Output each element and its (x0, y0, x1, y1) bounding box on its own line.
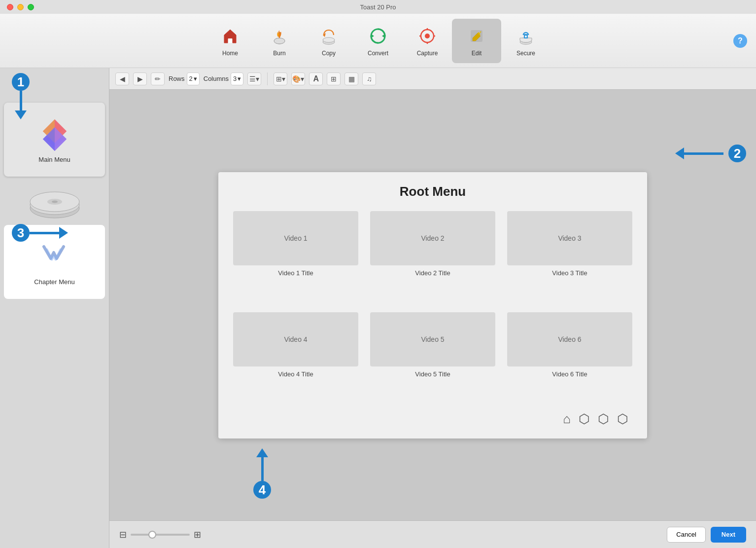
main-layout: 1 (0, 68, 756, 548)
sidebar: 1 (0, 68, 109, 548)
video-thumb-5[interactable]: Video 5 (370, 312, 495, 366)
sidebar-item-main-menu[interactable]: Main Menu (4, 103, 105, 177)
minimize-button[interactable] (17, 4, 24, 10)
video-thumb-label-6: Video 6 (558, 335, 581, 343)
svg-point-7 (425, 34, 430, 38)
video-thumb-2[interactable]: Video 2 (370, 211, 495, 265)
help-button[interactable]: ? (733, 34, 747, 48)
dvd-preview (4, 179, 105, 223)
video-cell-3: Video 3 Video 3 Title (507, 211, 632, 300)
redo-button[interactable]: ▶ (133, 73, 147, 85)
columns-label: Columns (204, 75, 229, 82)
rows-select[interactable]: 2 ▾ (187, 73, 200, 85)
close-button[interactable] (7, 4, 13, 10)
edit-icon (466, 25, 487, 47)
nav-home-icon[interactable]: ⌂ (563, 411, 571, 427)
zoom-thumb (148, 531, 156, 539)
copy-label: Copy (322, 50, 336, 57)
main-menu-label: Main Menu (38, 156, 70, 163)
zoom-control: ⊟ ⊞ (119, 529, 201, 540)
home-icon (219, 25, 241, 47)
chapter-menu-icon (37, 239, 72, 274)
svg-point-33 (52, 201, 58, 203)
toolbar-burn[interactable]: Burn (255, 19, 304, 63)
pattern-button[interactable]: ▦ (344, 73, 358, 85)
convert-label: Convert (368, 50, 388, 57)
video-thumb-6[interactable]: Video 6 (507, 312, 632, 366)
secure-label: Secure (516, 50, 535, 57)
svg-rect-0 (228, 38, 232, 43)
toolbar-copy[interactable]: Copy (304, 19, 353, 63)
add-button[interactable]: ⊞ (327, 73, 341, 85)
video-cell-1: Video 1 Video 1 Title (233, 211, 358, 300)
toolbar-secure[interactable]: Secure (501, 19, 550, 63)
video-title-1: Video 1 Title (278, 269, 313, 277)
video-thumb-label-1: Video 1 (284, 234, 307, 242)
burn-label: Burn (273, 50, 285, 57)
copy-icon (318, 25, 340, 47)
window-title: Toast 20 Pro (360, 3, 396, 11)
nav-up-icon[interactable]: ⬡ (579, 411, 590, 427)
video-thumb-label-5: Video 5 (421, 335, 444, 343)
video-grid: Video 1 Video 1 Title Video 2 Video 2 Ti… (233, 211, 632, 402)
burn-icon (269, 25, 290, 47)
rows-label: Rows (169, 75, 185, 82)
zoom-slider[interactable] (131, 534, 190, 536)
secure-icon (515, 25, 537, 47)
rows-group: Rows 2 ▾ (169, 73, 200, 85)
maximize-button[interactable] (28, 4, 34, 10)
divider-1 (267, 73, 268, 85)
video-title-5: Video 5 Title (415, 370, 450, 378)
edit-label: Edit (472, 50, 482, 57)
undo-button[interactable]: ◀ (115, 73, 129, 85)
bottom-buttons: Cancel Next (667, 527, 746, 543)
columns-select[interactable]: 3 ▾ (231, 73, 243, 85)
video-cell-2: Video 2 Video 2 Title (370, 211, 495, 300)
video-thumb-label-3: Video 3 (558, 234, 581, 242)
traffic-lights (7, 4, 34, 10)
list-style-button[interactable]: ☰▾ (247, 73, 261, 85)
preview-wrapper: Root Menu Video 1 Video 1 Title Video 2 … (109, 90, 756, 520)
video-title-2: Video 2 Title (415, 269, 450, 277)
video-thumb-4[interactable]: Video 4 (233, 312, 358, 366)
video-thumb-label-4: Video 4 (284, 335, 307, 343)
toolbar-edit[interactable]: Edit (452, 19, 501, 63)
title-bar: Toast 20 Pro (0, 0, 756, 14)
background-button[interactable]: 🎨▾ (291, 73, 305, 85)
main-menu-icon (37, 116, 72, 152)
home-label: Home (222, 50, 238, 57)
audio-button[interactable]: ♫ (362, 73, 376, 85)
sidebar-item-chapter-menu[interactable]: Chapter Menu (4, 225, 105, 299)
toolbar-home[interactable]: Home (206, 19, 255, 63)
cancel-button[interactable]: Cancel (667, 527, 705, 543)
toolbar-capture[interactable]: Capture (403, 19, 452, 63)
bottom-bar: ⊟ ⊞ Cancel Next (109, 520, 756, 548)
svg-point-4 (323, 37, 335, 42)
video-cell-6: Video 6 Video 6 Title (507, 312, 632, 402)
video-thumb-label-2: Video 2 (421, 234, 444, 242)
toolbar-convert[interactable]: Convert (353, 19, 403, 63)
capture-icon (416, 25, 438, 47)
video-title-3: Video 3 Title (552, 269, 587, 277)
menu-nav-icons: ⌂ ⬡ ⬡ ⬡ (233, 411, 632, 427)
capture-label: Capture (417, 50, 438, 57)
nav-prev-icon[interactable]: ⬡ (617, 411, 628, 427)
video-title-4: Video 4 Title (278, 370, 313, 378)
nav-next-icon[interactable]: ⬡ (598, 411, 609, 427)
svg-line-13 (480, 32, 481, 33)
video-title-6: Video 6 Title (552, 370, 587, 378)
menu-preview: Root Menu Video 1 Video 1 Title Video 2 … (218, 172, 647, 438)
video-thumb-3[interactable]: Video 3 (507, 211, 632, 265)
next-button[interactable]: Next (711, 527, 746, 543)
edit-mode-button[interactable]: ✏ (151, 73, 165, 85)
video-cell-5: Video 5 Video 5 Title (370, 312, 495, 402)
layout-button[interactable]: ⊞▾ (274, 73, 287, 85)
zoom-out-icon: ⊟ (119, 529, 127, 540)
content-area: 2 ◀ ▶ ✏ Rows 2 ▾ Columns 3 ▾ ☰▾ (109, 68, 756, 548)
columns-group: Columns 3 ▾ (204, 73, 244, 85)
chapter-menu-label: Chapter Menu (34, 278, 74, 286)
annotation-1: 1 (12, 73, 30, 91)
text-button[interactable]: A (309, 73, 323, 85)
video-thumb-1[interactable]: Video 1 (233, 211, 358, 265)
main-toolbar: Home Burn Copy (0, 14, 756, 68)
